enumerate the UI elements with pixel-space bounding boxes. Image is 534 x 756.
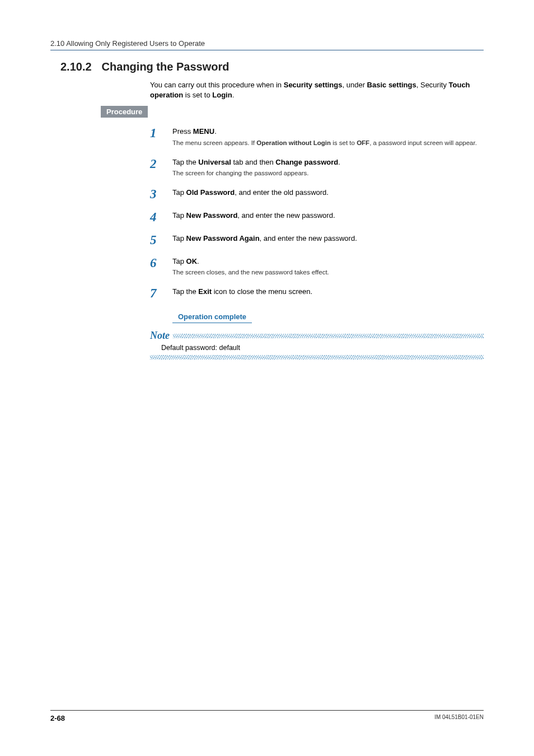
text: Tap xyxy=(172,257,186,265)
step-body: Tap the Universal tab and then Change pa… xyxy=(172,157,484,178)
step-number: 6 xyxy=(150,256,162,269)
text: , a password input screen will appear. xyxy=(369,139,477,146)
text-bold: Login xyxy=(212,91,232,99)
text: The menu screen appears. If xyxy=(172,139,256,146)
text: Tap xyxy=(172,211,186,220)
note-label: Note xyxy=(150,330,170,342)
step-body: Tap New Password Again, and enter the ne… xyxy=(172,234,484,244)
step: 1 Press MENU. The menu screen appears. I… xyxy=(150,127,484,147)
hatch-rule xyxy=(173,334,484,338)
step-number: 5 xyxy=(150,234,162,246)
step: 4 Tap New Password, and enter the new pa… xyxy=(150,211,484,223)
text: , and enter the old password. xyxy=(235,188,329,197)
step-number: 3 xyxy=(150,188,162,200)
text-bold: MENU xyxy=(193,127,214,136)
procedure-label: Procedure xyxy=(101,106,148,118)
text: , under xyxy=(342,81,367,89)
hatch-rule xyxy=(150,355,484,360)
text: . xyxy=(214,127,217,136)
text: Tap xyxy=(172,188,186,197)
text-bold: OK xyxy=(186,257,198,265)
text: Tap xyxy=(172,234,186,242)
text: . xyxy=(338,158,340,166)
text: . xyxy=(232,91,235,99)
page: 2.10 Allowing Only Registered Users to O… xyxy=(0,0,534,756)
text-bold: Old Password xyxy=(186,188,235,197)
step-body: Tap the Exit icon to close the menu scre… xyxy=(172,287,484,297)
text-bold: OFF xyxy=(357,139,369,146)
step: 7 Tap the Exit icon to close the menu sc… xyxy=(150,287,484,300)
section-number: 2.10.2 xyxy=(60,60,92,73)
text: tab and then xyxy=(231,158,276,166)
step-number: 4 xyxy=(150,211,162,223)
text: Press xyxy=(172,127,193,136)
step-body: Press MENU. The menu screen appears. If … xyxy=(172,127,484,147)
text-bold: Change password xyxy=(275,158,338,166)
section-heading: 2.10.2 Changing the Password xyxy=(50,60,484,73)
running-header: 2.10 Allowing Only Registered Users to O… xyxy=(50,39,484,50)
text: icon to close the menu screen. xyxy=(212,287,312,296)
step-number: 7 xyxy=(150,287,162,300)
note-block: Note Default password: default xyxy=(150,330,484,360)
step-number: 2 xyxy=(150,157,162,170)
note-body: Default password: default xyxy=(150,342,484,355)
intro-paragraph: You can carry out this procedure when in… xyxy=(150,80,484,100)
note-header: Note xyxy=(150,330,484,342)
text-bold: Exit xyxy=(198,287,212,296)
step-sub: The menu screen appears. If Operation wi… xyxy=(172,138,484,147)
section-title: Changing the Password xyxy=(102,60,229,73)
text: You can carry out this procedure when in xyxy=(150,81,284,89)
text: , and enter the new password. xyxy=(237,211,335,220)
page-footer: 2-68 IM 04L51B01-01EN xyxy=(50,710,484,722)
document-id: IM 04L51B01-01EN xyxy=(434,714,484,722)
text: is set to xyxy=(183,91,212,99)
text: , Security xyxy=(416,81,449,89)
step: 5 Tap New Password Again, and enter the … xyxy=(150,234,484,246)
text-bold: Operation without Login xyxy=(256,139,331,146)
steps-list: 1 Press MENU. The menu screen appears. I… xyxy=(150,127,484,330)
step-body: Tap New Password, and enter the new pass… xyxy=(172,211,484,221)
text-bold: Basic settings xyxy=(367,81,416,89)
step-body: Tap OK. The screen closes, and the new p… xyxy=(172,256,484,277)
step-body: Tap Old Password, and enter the old pass… xyxy=(172,188,484,198)
text: . xyxy=(197,257,199,265)
text: Tap the xyxy=(172,287,198,296)
step-sub: The screen for changing the password app… xyxy=(172,169,484,178)
text: , and enter the new password. xyxy=(260,234,357,242)
step: 6 Tap OK. The screen closes, and the new… xyxy=(150,256,484,277)
operation-complete-label: Operation complete xyxy=(172,311,252,323)
step-number: 1 xyxy=(150,127,162,139)
text-bold: Universal xyxy=(198,158,231,166)
text: Tap the xyxy=(172,158,198,166)
text-bold: Security settings xyxy=(284,81,343,89)
text: is set to xyxy=(331,139,357,146)
page-number: 2-68 xyxy=(50,714,65,722)
text-bold: New Password xyxy=(186,211,238,220)
step-sub: The screen closes, and the new password … xyxy=(172,268,484,277)
text-bold: New Password Again xyxy=(186,234,260,242)
step: 3 Tap Old Password, and enter the old pa… xyxy=(150,188,484,200)
step: 2 Tap the Universal tab and then Change … xyxy=(150,157,484,178)
